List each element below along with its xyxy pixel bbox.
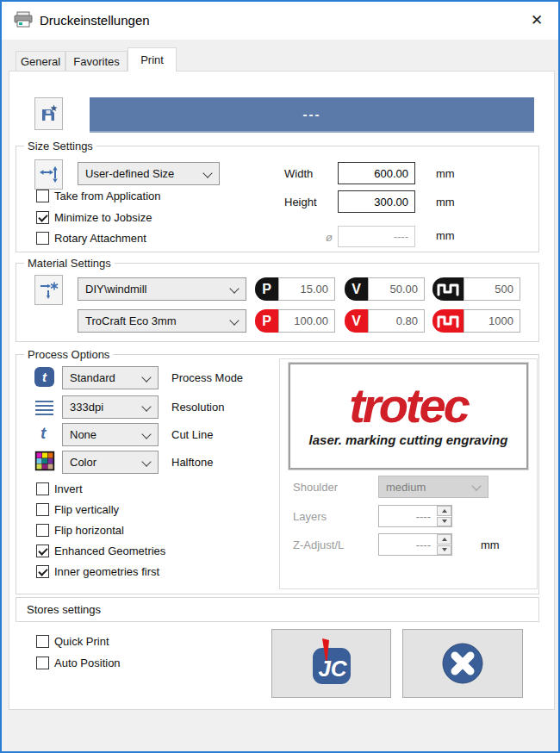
engrave-power-input[interactable] — [278, 277, 335, 301]
checkbox-box — [36, 635, 49, 648]
engrave-frequency-input[interactable] — [464, 277, 520, 301]
height-input[interactable] — [338, 190, 415, 213]
process-mode-value: Standard — [70, 371, 115, 384]
spinner-down-button[interactable] — [437, 517, 451, 527]
resolution-icon — [34, 399, 54, 419]
process-options-title: Process Options — [24, 348, 113, 361]
height-unit: mm — [436, 196, 455, 208]
width-input[interactable] — [338, 162, 415, 184]
checkbox-auto-position[interactable]: Auto Position — [36, 657, 121, 669]
size-preset-value: User-defined Size — [85, 167, 174, 180]
halftone-select[interactable]: Color — [62, 451, 159, 474]
shoulder-select[interactable]: medium — [378, 476, 488, 498]
chevron-down-icon — [142, 458, 151, 467]
width-unit: mm — [436, 167, 455, 180]
selected-favorite-value: --- — [303, 107, 321, 121]
checkbox-quick-print[interactable]: Quick Print — [36, 635, 109, 648]
checkbox-label: Invert — [54, 482, 83, 495]
checkbox-label: Enhanced Geometries — [54, 545, 165, 557]
engrave-material-select[interactable]: DIY\windmill — [78, 277, 246, 301]
stores-settings-title: Stores settings — [27, 603, 101, 616]
cut-speed-icon: V — [345, 309, 368, 333]
checkbox-flip-horizontal[interactable]: Flip horizontal — [36, 524, 124, 537]
z-adjust-label: Z-Adjust/L — [293, 538, 344, 551]
checkbox-label: Flip horizontal — [54, 524, 124, 537]
checkbox-box — [36, 190, 49, 202]
checkbox-box — [36, 503, 49, 516]
chevron-down-icon — [142, 403, 151, 412]
svg-text:JC: JC — [318, 656, 347, 681]
trotec-logo: trotec laser. marking cutting engraving — [289, 363, 528, 470]
diameter-input[interactable] — [338, 226, 415, 247]
title-bar: Druckeinstellungen ✕ — [2, 2, 558, 40]
cut-speed-input[interactable] — [368, 309, 425, 333]
cut-power-icon: P — [255, 309, 278, 333]
layers-stepper — [378, 505, 452, 527]
checkbox-label: Take from Application — [54, 190, 161, 202]
tab-general[interactable]: General — [16, 51, 65, 71]
halftone-icon — [34, 451, 55, 474]
layers-label: Layers — [293, 510, 327, 523]
trotec-tagline-text: laser. marking cutting engraving — [309, 433, 508, 447]
tab-print[interactable]: Print — [128, 47, 177, 72]
checkbox-label: Flip vertically — [54, 503, 119, 516]
print-jobcontrol-button[interactable]: JC — [271, 629, 391, 698]
size-preset-select[interactable]: User-defined Size — [78, 162, 220, 185]
window-title: Druckeinstellungen — [40, 13, 150, 28]
spinner-up-button[interactable] — [437, 506, 451, 516]
close-button[interactable]: ✕ — [522, 7, 551, 33]
size-icon — [39, 165, 59, 185]
diameter-unit: mm — [436, 229, 455, 242]
checkbox-box — [36, 482, 49, 495]
checkbox-box — [36, 565, 49, 578]
checkbox-invert[interactable]: Invert — [36, 482, 83, 495]
process-mode-label: Process Mode — [171, 371, 243, 384]
checkbox-inner-geometries-first[interactable]: Inner geometries first — [36, 565, 159, 578]
save-favorite-button[interactable] — [34, 97, 63, 130]
tab-general-label: General — [21, 55, 60, 68]
cancel-button[interactable] — [402, 629, 523, 698]
engrave-frequency-icon — [432, 277, 464, 301]
chevron-down-icon — [142, 431, 151, 439]
material-settings-button[interactable] — [34, 275, 63, 305]
engrave-speed-input[interactable] — [368, 277, 425, 301]
selected-favorite-bar[interactable]: --- — [90, 97, 534, 133]
material-settings-title: Material Settings — [24, 257, 115, 270]
engrave-power-icon: P — [255, 277, 278, 301]
cut-frequency-input[interactable] — [464, 309, 520, 333]
checkbox-box — [36, 657, 49, 669]
printer-icon — [14, 11, 33, 31]
checkbox-label: Quick Print — [54, 635, 109, 648]
tab-favorites[interactable]: Favorites — [65, 51, 128, 71]
spinner-up-button[interactable] — [437, 534, 451, 545]
checkbox-box — [36, 524, 49, 537]
save-favorite-icon — [39, 103, 59, 124]
shoulder-label: Shoulder — [293, 481, 338, 494]
power-glyph: P — [262, 314, 271, 329]
process-mode-select[interactable]: Standard — [62, 366, 159, 389]
spinner-down-button[interactable] — [437, 545, 451, 556]
checkbox-minimize-to-jobsize[interactable]: Minimize to Jobsize — [36, 211, 152, 224]
chevron-down-icon — [203, 170, 212, 178]
checkbox-rotary-attachment[interactable]: Rotary Attachment — [36, 232, 146, 245]
cancel-icon — [440, 641, 485, 686]
diameter-symbol: ø — [326, 231, 333, 244]
cut-line-select[interactable]: None — [62, 423, 159, 446]
checkbox-flip-vertically[interactable]: Flip vertically — [36, 503, 119, 516]
power-glyph: P — [262, 282, 271, 297]
process-mode-glyph: t — [42, 370, 47, 384]
tab-favorites-label: Favorites — [73, 55, 119, 68]
checkbox-label: Auto Position — [54, 657, 121, 669]
z-adjust-spin-buttons — [437, 534, 451, 555]
trotec-brand-text: trotec — [349, 385, 468, 426]
resolution-select[interactable]: 333dpi — [62, 395, 159, 419]
cut-material-value: TroCraft Eco 3mm — [85, 314, 177, 327]
z-adjust-stepper — [378, 533, 452, 556]
speed-glyph: V — [352, 314, 361, 329]
size-settings-button[interactable] — [34, 159, 63, 190]
checkbox-take-from-application[interactable]: Take from Application — [36, 190, 161, 202]
cut-power-input[interactable] — [278, 309, 335, 333]
cut-material-select[interactable]: TroCraft Eco 3mm — [78, 309, 246, 333]
checkbox-box — [36, 232, 49, 245]
checkbox-enhanced-geometries[interactable]: Enhanced Geometries — [36, 545, 165, 557]
